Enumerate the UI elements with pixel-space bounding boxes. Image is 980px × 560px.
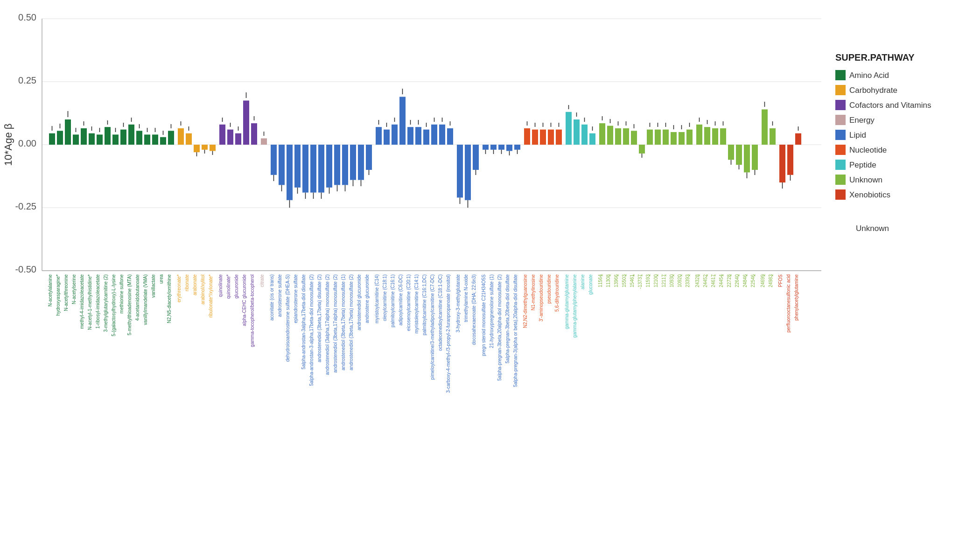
legend-color-lipid <box>835 130 846 140</box>
svg-text:methyl-4-imidazoleacetate: methyl-4-imidazoleacetate <box>79 274 84 329</box>
svg-rect-63 <box>251 123 257 145</box>
svg-text:5-methylthioadenosine (MTA): 5-methylthioadenosine (MTA) <box>127 274 132 335</box>
svg-text:urea: urea <box>159 274 164 284</box>
svg-text:3'-aminopseudouridine: 3'-aminopseudouridine <box>539 274 544 322</box>
svg-rect-79 <box>318 145 324 193</box>
svg-rect-161 <box>655 130 661 145</box>
svg-text:androstene glucuronide: androstene glucuronide <box>364 274 370 323</box>
svg-rect-113 <box>457 145 463 197</box>
svg-rect-125 <box>506 145 512 151</box>
svg-rect-43 <box>168 131 174 145</box>
svg-rect-153 <box>623 128 629 145</box>
legend-label-cofactors: Cofactors and Vitamins <box>849 101 931 110</box>
svg-rect-39 <box>152 134 158 145</box>
svg-text:trimethylamine N-oxide: trimethylamine N-oxide <box>463 274 469 322</box>
svg-text:glucuronide: glucuronide <box>234 274 239 299</box>
svg-rect-65 <box>261 139 267 145</box>
svg-text:methionine sulfone: methionine sulfone <box>119 274 124 314</box>
svg-text:×: × <box>771 273 773 278</box>
legend-color-cofactors <box>835 100 846 110</box>
svg-rect-105 <box>423 130 429 145</box>
svg-text:myristoylcarnitine (C14): myristoylcarnitine (C14) <box>374 274 379 323</box>
svg-rect-51 <box>202 145 208 150</box>
svg-text:aconitate (cis or trans): aconitate (cis or trans) <box>269 274 274 321</box>
svg-rect-91 <box>366 145 372 170</box>
legend-label-peptide: Peptide <box>849 161 876 169</box>
svg-rect-61 <box>243 101 249 145</box>
svg-rect-127 <box>514 145 520 150</box>
svg-text:-0.25: -0.25 <box>15 201 36 211</box>
svg-text:×: × <box>753 273 756 278</box>
svg-text:gamma-glutamylphenylalanine: gamma-glutamylphenylalanine <box>572 274 577 338</box>
legend-color-xenobiotics <box>835 189 846 200</box>
svg-rect-31 <box>120 130 126 145</box>
svg-rect-147 <box>599 123 605 145</box>
svg-text:androstenediol (3beta,17beta) : androstenediol (3beta,17beta) monosulfat… <box>341 274 346 371</box>
svg-rect-71 <box>287 145 293 200</box>
svg-text:N2,N2-dimethylguanosine: N2,N2-dimethylguanosine <box>523 274 528 329</box>
svg-text:×: × <box>721 273 724 278</box>
svg-text:×: × <box>609 273 611 278</box>
svg-rect-89 <box>358 145 364 180</box>
svg-text:epiandrosterone sulfate: epiandrosterone sulfate <box>293 274 298 323</box>
svg-rect-103 <box>415 127 421 145</box>
svg-rect-67 <box>271 145 277 175</box>
svg-rect-41 <box>160 137 166 145</box>
svg-text:21-hydroxypregnenolone sulfate: 21-hydroxypregnenolone sulfate (1) <box>489 274 494 348</box>
svg-text:×: × <box>656 273 658 278</box>
svg-text:×: × <box>698 273 700 278</box>
svg-text:quinolinate: quinolinate <box>218 274 223 297</box>
svg-text:vanillactate: vanillactate <box>151 274 156 298</box>
svg-text:3-hydroxy-3-methylglutarate: 3-hydroxy-3-methylglutarate <box>455 274 461 333</box>
svg-rect-37 <box>144 134 150 145</box>
svg-rect-81 <box>326 145 332 188</box>
svg-rect-97 <box>392 125 398 145</box>
svg-text:pseudouridine: pseudouridine <box>546 274 552 304</box>
svg-rect-177 <box>720 128 726 145</box>
chart-container: 0.50 0.25 0.00 -0.25 -0.50 10*Age β <box>0 0 980 560</box>
svg-text:-0.50: -0.50 <box>15 264 36 274</box>
svg-rect-49 <box>194 145 200 152</box>
svg-rect-25 <box>97 134 103 145</box>
svg-rect-53 <box>210 145 216 151</box>
svg-rect-93 <box>376 127 382 145</box>
svg-rect-107 <box>431 125 437 145</box>
svg-rect-21 <box>81 128 87 145</box>
svg-rect-123 <box>498 145 504 150</box>
legend-color-nucleotide <box>835 145 846 155</box>
svg-text:5,6-dihydrouridine: 5,6-dihydrouridine <box>554 274 560 312</box>
legend-color-carbohydrate <box>835 85 846 95</box>
svg-rect-131 <box>532 130 538 145</box>
svg-text:androstenediol (3beta,17alpha): androstenediol (3beta,17alpha) monosulfa… <box>333 274 338 373</box>
svg-rect-55 <box>219 125 225 145</box>
svg-text:0.25: 0.25 <box>18 75 36 85</box>
svg-text:androstenediol (3beta,17beta) : androstenediol (3beta,17beta) monosulfat… <box>349 274 354 371</box>
svg-text:myristoleoylcarnitine (C14:1): myristoleoylcarnitine (C14:1) <box>414 274 419 334</box>
legend-label-xenobiotics: Xenobiotics <box>849 190 890 199</box>
svg-rect-15 <box>57 131 63 145</box>
svg-rect-181 <box>736 145 742 165</box>
svg-rect-185 <box>752 145 758 170</box>
svg-text:3-methylglutarylcarnitine (2): 3-methylglutarylcarnitine (2) <box>103 274 108 332</box>
svg-text:gluconate: gluconate <box>588 274 593 295</box>
svg-text:erythreonate*: erythreonate* <box>176 274 182 302</box>
unknown-annotation: Unknown <box>856 224 889 233</box>
svg-text:×: × <box>672 273 674 278</box>
svg-text:×: × <box>640 273 643 278</box>
legend-color-peptide <box>835 160 846 170</box>
svg-text:gamma-glutamylglutamine: gamma-glutamylglutamine <box>564 274 569 329</box>
svg-text:0.00: 0.00 <box>18 138 36 148</box>
svg-text:gamma-tocopherol/beta-tocopher: gamma-tocopherol/beta-tocopherol <box>250 274 255 347</box>
svg-rect-109 <box>439 125 445 145</box>
svg-text:hydroxyasparagine*: hydroxyasparagine* <box>56 274 61 315</box>
svg-rect-83 <box>334 145 340 185</box>
svg-text:×: × <box>680 273 682 278</box>
svg-text:×: × <box>632 273 635 278</box>
svg-text:N-acetylserine: N-acetylserine <box>71 274 77 304</box>
svg-rect-85 <box>342 145 348 185</box>
svg-rect-189 <box>770 128 776 145</box>
svg-text:N1-methylinosine: N1-methylinosine <box>531 274 536 311</box>
legend-title: SUPER.PATHWAY <box>835 52 915 63</box>
svg-text:3-carboxy-4-methyl-/3-propyl-2: 3-carboxy-4-methyl-/3-propyl-2-furanprop… <box>446 274 451 393</box>
svg-rect-117 <box>473 145 479 170</box>
